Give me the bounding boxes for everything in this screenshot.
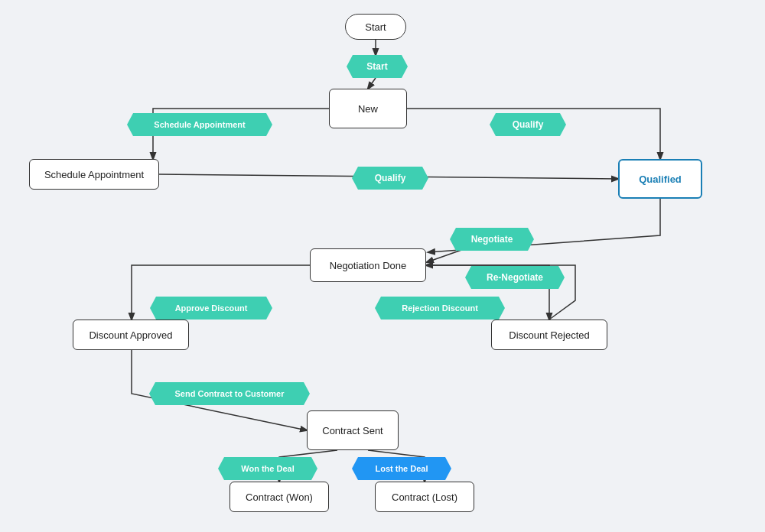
qualify-bottom-badge: Qualify bbox=[352, 167, 428, 190]
send-contract-badge: Send Contract to Customer bbox=[149, 382, 310, 405]
renegotiate-badge: Re-Negotiate bbox=[465, 266, 565, 289]
contract-lost-node: Contract (Lost) bbox=[375, 482, 474, 512]
approve-discount-badge: Approve Discount bbox=[150, 297, 272, 320]
svg-line-1 bbox=[368, 78, 376, 89]
flowchart-diagram: Start New Schedule Appointment Qualified… bbox=[0, 0, 765, 532]
schedule-appointment-node: Schedule Appointment bbox=[29, 159, 159, 190]
qualify-top-badge: Qualify bbox=[490, 113, 566, 136]
start-badge: Start bbox=[347, 55, 408, 78]
contract-won-node: Contract (Won) bbox=[230, 482, 329, 512]
rejection-discount-badge: Rejection Discount bbox=[375, 297, 505, 320]
contract-sent-node: Contract Sent bbox=[307, 410, 399, 450]
qualified-node: Qualified bbox=[618, 159, 702, 199]
negotiate-badge: Negotiate bbox=[450, 228, 534, 251]
new-node: New bbox=[329, 89, 407, 128]
discount-approved-node: Discount Approved bbox=[73, 320, 189, 350]
negotiation-done-node: Negotiation Done bbox=[310, 248, 426, 282]
discount-rejected-node: Discount Rejected bbox=[491, 320, 607, 350]
start-node: Start bbox=[345, 14, 406, 40]
lost-deal-badge: Lost the Deal bbox=[352, 457, 451, 480]
won-deal-badge: Won the Deal bbox=[218, 457, 317, 480]
schedule-appointment-badge: Schedule Appointment bbox=[127, 113, 272, 136]
